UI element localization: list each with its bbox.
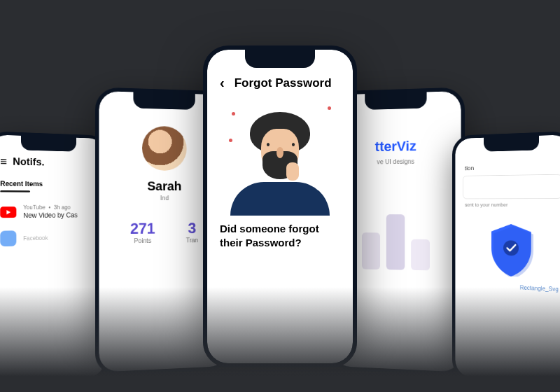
phone-notch — [133, 92, 195, 109]
avatar — [142, 126, 187, 171]
stat-label-1: Points — [130, 237, 155, 244]
tab-underline — [0, 190, 30, 192]
fp-title: Forgot Password — [234, 76, 332, 90]
dot-sep: • — [48, 204, 50, 211]
code-hint: sent to your number — [465, 202, 507, 208]
youtube-icon — [0, 206, 16, 218]
facebook-icon — [0, 230, 16, 246]
notif-header: ≡ Notifs. — [0, 155, 95, 170]
notif-time: 3h ago — [54, 204, 71, 211]
fp-question: Did someone forgot their Password? — [220, 222, 340, 251]
phones-carousel: ≡ Notifs. Recent Items YouTube • 3h ago — [0, 14, 560, 392]
shield-check-icon — [489, 224, 533, 278]
stat-points: 271 Points — [130, 220, 155, 244]
phone-notch — [365, 92, 426, 109]
stat-trans: 3 Tran — [186, 220, 199, 244]
profile-stats: 271 Points 3 Tran — [111, 220, 217, 245]
phone-verification: tion sent to your number Rectangle_Svg — [452, 131, 560, 391]
phone-notch — [21, 136, 76, 152]
showcase-stage: ≡ Notifs. Recent Items YouTube • 3h ago — [0, 0, 560, 392]
notifications-screen: ≡ Notifs. Recent Items YouTube • 3h ago — [0, 134, 105, 387]
annotation-label: Rectangle_Svg — [520, 284, 559, 292]
notif-source: YouTube — [23, 204, 46, 211]
verification-screen: tion sent to your number Rectangle_Svg — [455, 134, 560, 387]
stat-value-1: 271 — [130, 220, 155, 237]
phone-forgot-password: ‹ Forgot Password — [203, 46, 357, 368]
notif-title: Notifs. — [13, 156, 44, 169]
notif-item-text: YouTube • 3h ago New Video by Cas — [23, 204, 78, 219]
code-input[interactable] — [463, 174, 560, 200]
notif-item-1[interactable]: YouTube • 3h ago New Video by Cas — [0, 204, 95, 220]
field-label: tion — [465, 164, 474, 171]
notif-tab[interactable]: Recent Items — [0, 178, 95, 192]
hamburger-icon[interactable]: ≡ — [0, 155, 7, 169]
stat-label-2: Tran — [186, 237, 199, 244]
profile-name: Sarah — [111, 179, 217, 194]
back-icon[interactable]: ‹ — [220, 75, 225, 91]
stat-value-2: 3 — [186, 220, 199, 237]
fp-header: ‹ Forgot Password — [220, 75, 340, 91]
notif-source-2: Facebook — [23, 234, 48, 241]
phone-notch — [245, 50, 315, 68]
phone-notifications: ≡ Notifs. Recent Items YouTube • 3h ago — [0, 131, 108, 391]
phone-notch — [484, 136, 539, 152]
notif-headline: New Video by Cas — [23, 211, 78, 219]
brand-tagline: ve UI designs — [343, 158, 449, 165]
brand-illustration — [343, 196, 449, 271]
forgot-password-screen: ‹ Forgot Password — [207, 50, 353, 363]
profile-location: Ind — [111, 195, 217, 202]
thinking-person-illustration — [227, 98, 332, 214]
brand-title: tterViz — [343, 138, 449, 155]
notif-tab-label: Recent Items — [0, 180, 43, 188]
notif-item-2[interactable]: Facebook — [0, 230, 95, 246]
